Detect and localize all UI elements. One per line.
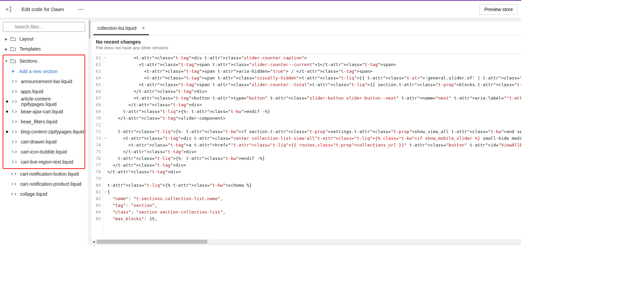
sidebar-resize-handle[interactable] xyxy=(88,20,91,245)
file-name-label: cart-live-region-text.liquid xyxy=(21,159,73,165)
scroll-left-icon[interactable]: ◀ xyxy=(91,239,96,244)
versions-subtitle: File does not have any other versions xyxy=(96,45,168,50)
search-input[interactable] xyxy=(3,22,85,32)
code-file-icon xyxy=(11,99,17,105)
plus-icon: + xyxy=(11,68,14,74)
file-item[interactable]: blog-content-zipifypages.liquid xyxy=(3,127,85,137)
preview-store-button[interactable]: Preview store xyxy=(479,4,518,15)
file-name-label: beae_filters.liquid xyxy=(21,119,57,124)
code-file-icon xyxy=(11,88,17,95)
folder-sections[interactable]: ▼ Sections xyxy=(3,56,85,66)
file-item[interactable]: cart-notification-product.liquid xyxy=(3,179,85,189)
fold-gutter: vvv xyxy=(103,54,107,239)
versions-title: No recent changes xyxy=(96,39,168,45)
chevron-right-icon: ▶ xyxy=(4,47,9,51)
exit-icon xyxy=(5,6,12,13)
file-name-label: article-content-zipifypages.liquid xyxy=(21,96,85,107)
tab-label: collection-list.liquid xyxy=(97,25,137,31)
folder-icon xyxy=(10,36,16,42)
add-new-section[interactable]: + Add a new section xyxy=(3,66,85,76)
tab-close-icon[interactable]: × xyxy=(142,25,145,31)
file-sidebar: ▶ Layout ▶ Templates ▼ Sections + Add a … xyxy=(0,20,88,245)
code-file-icon xyxy=(11,139,17,145)
modified-dot-icon xyxy=(6,131,8,133)
code-file-icon xyxy=(11,149,17,155)
editor-tab[interactable]: collection-list.liquid × xyxy=(93,22,149,35)
file-item[interactable]: announcement-bar.liquid xyxy=(3,76,85,86)
file-item[interactable]: cart-icon-bubble.liquid xyxy=(3,147,85,157)
file-item[interactable]: cart-drawer.liquid xyxy=(3,137,85,147)
folder-templates[interactable]: ▶ Templates xyxy=(3,44,85,54)
file-name-label: cart-notification-button.liquid xyxy=(20,171,79,177)
file-item[interactable]: beae_filters.liquid xyxy=(3,117,85,127)
file-item[interactable]: cart-notification-button.liquid xyxy=(3,169,85,179)
sections-highlight-region: ▼ Sections + Add a new section announcem… xyxy=(3,55,85,169)
code-file-icon xyxy=(11,181,17,187)
modified-dot-icon xyxy=(6,101,8,103)
file-name-label: collage.liquid xyxy=(20,191,47,197)
code-file-icon xyxy=(11,159,17,165)
file-name-label: cart-icon-bubble.liquid xyxy=(21,149,67,155)
file-item[interactable]: beae-ajax-cart.liquid xyxy=(3,107,85,117)
file-item[interactable]: apps.liquid xyxy=(3,86,85,97)
line-number-gutter: 6162636465666768697071727374757677787980… xyxy=(91,54,103,239)
scroll-thumb[interactable] xyxy=(97,240,207,244)
file-name-label: announcement-bar.liquid xyxy=(21,79,72,84)
code-file-icon xyxy=(11,119,17,125)
file-item[interactable]: cart-live-region-text.liquid xyxy=(3,157,85,167)
folder-icon xyxy=(10,46,16,52)
code-file-icon xyxy=(11,78,17,84)
file-name-label: blog-content-zipifypages.liquid xyxy=(21,129,84,134)
svg-point-2 xyxy=(82,9,83,10)
folder-layout[interactable]: ▶ Layout xyxy=(3,34,85,44)
file-name-label: cart-drawer.liquid xyxy=(21,139,57,144)
code-file-icon xyxy=(11,129,17,135)
more-button[interactable] xyxy=(76,5,86,14)
svg-point-0 xyxy=(78,9,79,10)
code-file-icon xyxy=(11,109,17,115)
folder-icon xyxy=(10,58,16,64)
chevron-right-icon: ▶ xyxy=(4,37,9,41)
file-item[interactable]: collage.liquid xyxy=(3,189,85,199)
more-icon xyxy=(78,6,84,12)
file-name-label: apps.liquid xyxy=(21,89,43,94)
code-file-icon xyxy=(11,191,17,197)
code-editor[interactable]: 6162636465666768697071727374757677787980… xyxy=(91,54,521,239)
code-body[interactable]: <t-attr">class="t-tag">div t-attr">class… xyxy=(107,54,521,239)
file-item[interactable]: article-content-zipifypages.liquid xyxy=(3,97,85,107)
horizontal-scrollbar[interactable]: ◀ ▶ xyxy=(91,239,521,244)
code-file-icon xyxy=(11,171,17,177)
svg-point-1 xyxy=(80,9,81,10)
modified-dot-icon xyxy=(6,111,8,113)
file-name-label: cart-notification-product.liquid xyxy=(20,181,82,187)
exit-button[interactable] xyxy=(3,4,14,15)
file-name-label: beae-ajax-cart.liquid xyxy=(21,109,63,114)
chevron-down-icon: ▼ xyxy=(4,59,9,63)
app-title: Edit code for Dawn xyxy=(21,6,64,12)
